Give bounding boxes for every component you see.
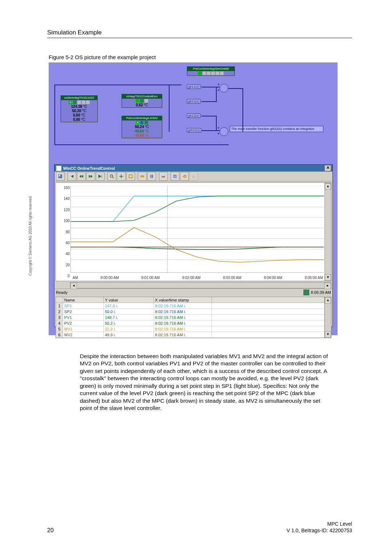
plus-icon: + — [217, 88, 220, 92]
scroll-up-icon[interactable]: ▲ — [325, 297, 331, 304]
tic-faceplate[interactable]: onSimInteg/TIC611622 A 124,38 °C 50,30 °… — [61, 95, 98, 122]
trend-plot[interactable]: 160140120100806040200 AM8:00:00 AM8:01:0… — [56, 182, 331, 281]
trend-title-text: WinCC OnlineTrendControl — [63, 166, 324, 171]
integrator-note: The main transfer function gi622(s) cont… — [230, 126, 323, 132]
table-row[interactable]: 6MV249.9 i.8:02:19.716 AM i. — [56, 332, 324, 338]
tag-g611: g611(s) — [187, 85, 200, 89]
scroll-down-icon[interactable]: ▼ — [325, 274, 331, 281]
os-picture: PreConSimInteg/SimOn600 onSimInteg/TIC61… — [49, 62, 338, 335]
zoom-reset-button[interactable] — [126, 172, 135, 181]
header-rule — [47, 38, 352, 38]
page-footer: 20 MPC Level V 1.0, Beitrags-ID: 4220075… — [47, 521, 352, 534]
ctrlerr-faceplate[interactable]: nInteg/TI611ControlErro 0,62 °C — [122, 94, 162, 108]
scroll-left-icon[interactable]: ◄ — [70, 283, 77, 289]
tic-v1: 124,38 °C — [61, 104, 97, 109]
tic-v3: 0,00 °C — [61, 113, 97, 118]
scroll-down-icon[interactable]: ▼ — [325, 331, 331, 338]
ruler-button[interactable] — [138, 172, 147, 181]
table-vscroll[interactable]: ▲ ▼ — [324, 297, 331, 338]
figure-caption: Figure 5-2 OS picture of the example pro… — [49, 54, 352, 60]
trend-app-icon — [56, 165, 62, 171]
svg-rect-7 — [152, 175, 153, 178]
plot-hscroll[interactable]: ◄ ► — [70, 282, 331, 288]
lic-faceplate[interactable]: PreConSimInteg/LIC622 AE 50,24 °C 49,69 … — [122, 116, 162, 138]
plot-vscroll[interactable]: ▲ ▼ — [324, 183, 331, 281]
simon-faceplate[interactable]: PreConSimInteg/SimOn600 — [187, 66, 235, 76]
table-row[interactable]: 2SP250.0 i.8:02:19.716 AM i. — [56, 309, 324, 315]
online-icon — [303, 290, 309, 295]
sum-node-bot — [220, 127, 228, 136]
plus-icon: + — [217, 82, 220, 86]
sum-node-top — [220, 84, 228, 93]
svg-text:∫α: ∫α — [192, 175, 195, 178]
print-button[interactable] — [159, 172, 168, 181]
last-button[interactable] — [96, 172, 105, 181]
zoom-area-button[interactable] — [117, 172, 126, 181]
section-header: Simulation Example — [47, 29, 352, 36]
tag-gi622: gi622(s) — [187, 128, 201, 132]
plus-icon: + — [217, 132, 220, 136]
status-text: Ready — [56, 290, 303, 295]
y-axis: 160140120100806040200 — [56, 183, 70, 281]
table-row[interactable]: 3PV1148.7 i.8:02:19.716 AM i. — [56, 315, 324, 320]
lic-title: PreConSimInteg/LIC622 — [122, 116, 162, 120]
tag-g621: g621(s) — [187, 99, 200, 103]
svg-rect-6 — [151, 175, 152, 178]
rewind-button[interactable] — [77, 172, 86, 181]
trend-titlebar[interactable]: WinCC OnlineTrendControl ✕ — [54, 165, 332, 172]
copyright-text: Copyright © Siemens AG 2010 All rights r… — [28, 196, 32, 276]
footer-product: MPC Level — [286, 521, 352, 527]
stats-button: ∫α — [189, 172, 198, 181]
status-time: 8:05:39 AM — [311, 290, 331, 295]
value-table: Name Y value X value/time stamp 1SP1147.… — [56, 297, 331, 338]
simon-title: PreConSimInteg/SimOn600 — [187, 67, 234, 71]
close-icon[interactable]: ✕ — [324, 165, 331, 171]
forward-button[interactable] — [86, 172, 95, 181]
status-bar: Ready 8:05:39 AM — [54, 288, 332, 296]
scroll-up-icon[interactable]: ▲ — [325, 183, 331, 190]
pause-button[interactable] — [147, 172, 156, 181]
lic-v2: 49,69 °C — [122, 129, 162, 134]
svg-point-2 — [110, 175, 113, 177]
lic-v1: 50,24 °C — [122, 125, 162, 129]
process-diagram: PreConSimInteg/SimOn600 onSimInteg/TIC61… — [49, 63, 336, 161]
scroll-right-icon[interactable]: ► — [324, 283, 331, 289]
svg-rect-5 — [140, 175, 144, 177]
zoom-button[interactable] — [107, 172, 116, 181]
footer-version: V 1.0, Beitrags-ID: 42200753 — [286, 527, 352, 534]
svg-line-3 — [113, 177, 114, 178]
tag-g612: g612(s) — [187, 114, 200, 118]
first-button[interactable] — [68, 172, 76, 181]
trend-window: WinCC OnlineTrendControl ✕ — [54, 164, 333, 327]
tic-v4: 0,00 °C — [61, 118, 97, 122]
ctrlerr-v1: 0,62 °C — [122, 103, 162, 107]
table-header: Name Y value X value/time stamp — [56, 297, 324, 303]
tic-v2: 50,30 °C — [61, 109, 97, 113]
svg-rect-4 — [129, 175, 132, 178]
ctrlerr-title: nInteg/TI611ControlErro — [122, 94, 162, 99]
lic-v3: 49,89 % — [122, 134, 162, 138]
connect-button[interactable] — [180, 172, 189, 181]
tic-title: onSimInteg/TIC611622 — [61, 96, 97, 100]
svg-rect-1 — [59, 175, 61, 177]
simon-icons — [187, 71, 234, 75]
plus-icon: + — [217, 126, 220, 130]
svg-rect-9 — [162, 175, 164, 176]
table-row[interactable]: 1SP1147.8 i.8:02:19.716 AM i. — [56, 303, 324, 309]
table-row[interactable]: 4PV250.2 i.8:02:19.716 AM i. — [56, 320, 324, 326]
page-number: 20 — [47, 527, 54, 534]
export-button[interactable] — [171, 172, 179, 181]
x-axis: AM8:00:00 AM8:01:00 AM8:02:00 AM8:03:00 … — [73, 276, 323, 280]
trend-toolbar: ∫α — [54, 172, 332, 181]
body-paragraph: Despite the interaction between both man… — [80, 353, 334, 412]
config-button[interactable] — [56, 172, 65, 181]
table-row[interactable]: 5MV122.2 i.8:02:19.716 AM i. — [56, 326, 324, 332]
plot-area — [70, 186, 324, 273]
